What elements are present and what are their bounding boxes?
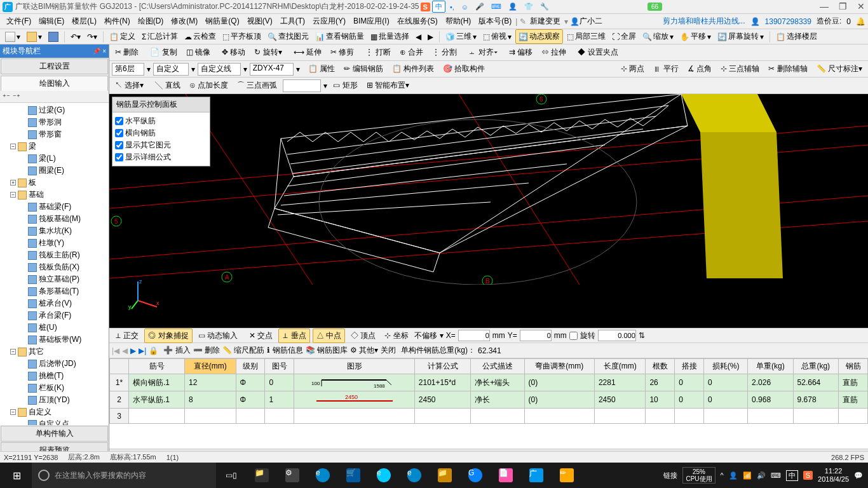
- tip-link[interactable]: 剪力墙和暗柱共用边线...: [663, 16, 745, 27]
- pan-button[interactable]: ✋ 平移▾: [677, 30, 714, 43]
- col-header[interactable]: 计算公式: [414, 359, 470, 374]
- ime-shirt-icon[interactable]: 👕: [522, 2, 536, 11]
- orbit-button[interactable]: 🔄 动态观察: [515, 29, 563, 44]
- tree-item[interactable]: 筏板主筋(R): [1, 249, 107, 261]
- two-point-button[interactable]: ⊹ 两点: [618, 62, 648, 76]
- component-list-button[interactable]: 📋 构件列表: [389, 62, 437, 76]
- tray-volume-icon[interactable]: 🔊: [757, 471, 766, 480]
- next-button[interactable]: ▶: [425, 31, 436, 43]
- edit-rebar-button[interactable]: ✏ 编辑钢筋: [341, 62, 386, 76]
- col-header[interactable]: 筋号: [129, 359, 185, 374]
- tree-item[interactable]: 筏板负筋(X): [1, 261, 107, 273]
- first-button[interactable]: |◀: [112, 346, 119, 355]
- delete-button[interactable]: ✂ 删除: [112, 46, 142, 59]
- tree-item[interactable]: 梁(L): [1, 152, 107, 165]
- 3d-viewport[interactable]: 5 6 A B 钢筋显示控制面板 水平纵筋 横向钢筋 显示其它图元 显示详细公式…: [109, 94, 868, 328]
- find-element-button[interactable]: 🔍 查找图元: [265, 30, 311, 43]
- expand-toggle-icon[interactable]: −: [10, 409, 16, 415]
- rotate-input[interactable]: [598, 330, 636, 341]
- tray-clock[interactable]: 11:222018/4/25: [818, 467, 849, 484]
- new-change-button[interactable]: 新建变更: [526, 14, 564, 29]
- ime-toolbar[interactable]: S 中 •, ☺ 🎤 ⌨ 👤 👕 🔧: [421, 1, 552, 13]
- tree-item[interactable]: 过梁(G): [1, 104, 107, 116]
- screen-rotate-button[interactable]: 🔄 屏幕旋转▾: [715, 30, 766, 43]
- 3d-view-button[interactable]: 🧊 三维▾: [443, 30, 479, 43]
- align-slab-button[interactable]: ⬚ 平齐板顶: [220, 30, 264, 43]
- component-tree[interactable]: 过梁(G)带形洞带形窗−梁梁(L)圈梁(E)+板−基础基础梁(F)筏板基础(M)…: [0, 103, 109, 425]
- ime-mic-icon[interactable]: 🎤: [473, 2, 487, 11]
- table-row[interactable]: 3: [110, 409, 868, 424]
- snap-dynamic[interactable]: ▭ 动态输入: [195, 329, 241, 342]
- offset-button[interactable]: ⇉ 偏移: [506, 46, 536, 59]
- ime-wrench-icon[interactable]: 🔧: [538, 2, 552, 11]
- tree-item[interactable]: 后浇带(JD): [1, 358, 107, 370]
- open-file-button[interactable]: ▾: [24, 30, 44, 43]
- taskbar-app-6[interactable]: e: [399, 463, 430, 488]
- tray-network-icon[interactable]: 👤: [729, 471, 738, 480]
- col-header[interactable]: 根数: [646, 359, 675, 374]
- tree-item[interactable]: −其它: [1, 346, 107, 358]
- snap-coord[interactable]: ⊹ 坐标: [381, 329, 411, 342]
- floor-combo[interactable]: 第6层: [112, 63, 144, 76]
- snap-intersect[interactable]: ✕ 交点: [246, 329, 276, 342]
- point-length-button[interactable]: ⊙ 点加长度: [186, 79, 231, 92]
- snap-mid[interactable]: △ 中点: [313, 329, 345, 343]
- col-header[interactable]: [110, 359, 129, 374]
- tree-item[interactable]: −基础: [1, 189, 107, 201]
- col-header[interactable]: 图形: [294, 359, 415, 374]
- ime-person-icon[interactable]: 👤: [506, 2, 520, 11]
- menu-rebar[interactable]: 钢筋量(Q): [201, 14, 243, 29]
- category-combo[interactable]: 自定义: [153, 63, 189, 76]
- prev-rec-button[interactable]: ◀: [122, 346, 128, 355]
- tree-item[interactable]: 筏板基础(M): [1, 213, 107, 225]
- other-button[interactable]: ⚙ 其他▾: [350, 345, 378, 356]
- bell-icon[interactable]: 🔔: [856, 17, 865, 26]
- menu-version[interactable]: 版本号(B): [475, 14, 515, 29]
- taskbar-app-11[interactable]: ✏: [552, 463, 582, 488]
- copy-button[interactable]: 📄 复制: [147, 46, 180, 59]
- tree-item[interactable]: 承台梁(F): [1, 309, 107, 322]
- menu-file[interactable]: 文件(F): [3, 14, 35, 29]
- tree-item[interactable]: 压顶(YD): [1, 394, 107, 406]
- col-header[interactable]: 直径(mm): [185, 359, 236, 374]
- col-header[interactable]: 长度(mm): [594, 359, 646, 374]
- menu-online[interactable]: 在线服务(S): [393, 14, 442, 29]
- merge-button[interactable]: ⊕ 合并: [397, 46, 426, 59]
- rebar-library-button[interactable]: 📚 钢筋图库: [306, 345, 348, 356]
- col-header[interactable]: 图号: [265, 359, 294, 374]
- cloud-check-button[interactable]: ☁ 云检查: [182, 30, 219, 43]
- tree-item[interactable]: 基础板带(W): [1, 334, 107, 346]
- rebar-display-panel[interactable]: 钢筋显示控制面板 水平纵筋 横向钢筋 显示其它图元 显示详细公式: [112, 97, 210, 166]
- tree-item[interactable]: 挑檐(T): [1, 370, 107, 382]
- prev-button[interactable]: ◀: [413, 31, 424, 43]
- taskbar-app-5[interactable]: e: [369, 463, 399, 488]
- col-header[interactable]: 级别: [236, 359, 265, 374]
- insert-row-button[interactable]: ➕ 插入: [163, 345, 190, 356]
- col-header[interactable]: 钢筋: [839, 359, 868, 374]
- minimize-button[interactable]: —: [820, 1, 829, 11]
- rebar-info-button[interactable]: ℹ 钢筋信息: [267, 345, 302, 356]
- delete-axis-button[interactable]: ✂ 删除辅轴: [765, 62, 810, 76]
- tab-project-settings[interactable]: 工程设置: [1, 58, 108, 74]
- arc-button[interactable]: ⌒ 三点画弧: [234, 79, 280, 92]
- tree-item[interactable]: 栏板(K): [1, 382, 107, 394]
- grip-button[interactable]: ◆ 设置夹点: [574, 46, 621, 59]
- col-header[interactable]: 损耗(%): [704, 359, 748, 374]
- define-button[interactable]: 📋 定义: [107, 30, 138, 43]
- properties-button[interactable]: 📋 属性: [305, 62, 338, 76]
- col-header[interactable]: 单重(kg): [748, 359, 793, 374]
- tree-item[interactable]: 独立基础(P): [1, 273, 107, 285]
- col-header[interactable]: 总重(kg): [793, 359, 838, 374]
- dimension-button[interactable]: 📏 尺寸标注▾: [813, 62, 865, 76]
- batch-select-button[interactable]: ▦ 批量选择: [368, 30, 412, 43]
- rebar-display-checkbox[interactable]: 显示其它图元: [115, 139, 207, 151]
- pick-component-button[interactable]: 🎯 拾取构件: [440, 62, 488, 76]
- taskbar-app-7[interactable]: 📁: [430, 463, 460, 488]
- snap-perp[interactable]: ⊥ 垂点: [278, 329, 309, 343]
- tree-item[interactable]: 桩承台(V): [1, 297, 107, 309]
- save-file-button[interactable]: [46, 30, 61, 43]
- fullscreen-button[interactable]: ⛶ 全屏: [609, 30, 639, 43]
- rebar-display-checkbox[interactable]: 横向钢筋: [115, 127, 207, 139]
- extend-button[interactable]: ⟷ 延伸: [290, 46, 325, 59]
- stepper-icon[interactable]: ⇅: [639, 331, 645, 340]
